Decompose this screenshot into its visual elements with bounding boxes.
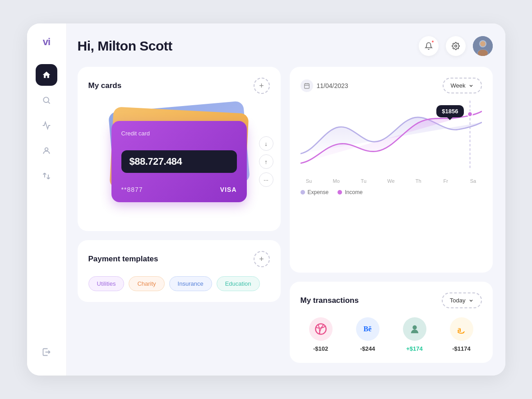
legend-expense: Expense (301, 189, 329, 195)
tag-charity[interactable]: Charity (129, 276, 164, 291)
chart-legend: Expense Income (301, 189, 482, 195)
tag-utilities[interactable]: Utilities (88, 276, 125, 291)
chart-date: 11/04/2023 (301, 79, 348, 92)
card-scroll-down[interactable]: ↓ (259, 136, 273, 151)
content-grid: My cards + Credit card $88.727.484 * (78, 67, 493, 363)
person-amount: +$174 (406, 345, 423, 352)
header: Hi, Milton Scott (78, 36, 493, 56)
svg-line-1 (48, 102, 50, 104)
income-label: Income (345, 189, 362, 195)
period-selector[interactable]: Week (443, 78, 482, 93)
sidebar-item-search[interactable] (36, 89, 57, 111)
app-container: vi (27, 23, 505, 376)
sidebar-item-home[interactable] (36, 64, 57, 86)
transactions-header: My transactions Today (301, 292, 482, 308)
chart-panel: 11/04/2023 Week (290, 67, 493, 273)
card-number: **8877 (121, 186, 143, 193)
transactions-panel: My transactions Today (290, 282, 493, 363)
right-column: 11/04/2023 Week (290, 67, 493, 363)
card-controls: ↓ ↑ ··· (259, 136, 273, 187)
sidebar-item-profile[interactable] (36, 140, 57, 162)
chart-area: $1856 (301, 101, 482, 173)
notification-dot (431, 40, 435, 43)
behance-logo: Bē (356, 317, 379, 341)
chart-labels: Su Mo Tu We Th Fr Sa (301, 178, 482, 184)
chart-label-su: Su (302, 178, 316, 184)
card-more-options[interactable]: ··· (259, 172, 273, 187)
card-type-label: Credit card (121, 130, 237, 137)
chart-label-tu: Tu (357, 178, 370, 184)
amazon-icon: a (455, 323, 468, 335)
period-label: Week (451, 82, 466, 89)
svg-point-2 (45, 148, 48, 151)
header-actions (419, 36, 493, 56)
my-cards-header: My cards + (88, 78, 270, 94)
behance-amount: -$244 (360, 345, 375, 352)
left-column: My cards + Credit card $88.727.484 * (78, 67, 281, 363)
user-avatar[interactable] (473, 36, 493, 56)
transaction-amazon[interactable]: a -$1174 (441, 317, 482, 352)
transactions-period-label: Today (450, 297, 466, 304)
person-logo (403, 317, 426, 341)
transaction-person[interactable]: +$174 (394, 317, 435, 352)
chart-header: 11/04/2023 Week (301, 78, 482, 93)
card-network: VISA (220, 186, 237, 193)
chart-label-th: Th (412, 178, 425, 184)
svg-point-8 (480, 41, 486, 46)
income-dot (338, 190, 342, 195)
sidebar-nav (36, 64, 57, 341)
cards-stack: Credit card $88.727.484 **8877 VISA ↓ (88, 103, 270, 220)
amazon-logo: a (450, 317, 473, 341)
dribbble-icon (315, 323, 327, 335)
avatar-svg (473, 36, 493, 56)
svg-point-4 (454, 45, 457, 47)
behance-text: Bē (364, 325, 372, 333)
transactions-title: My transactions (301, 296, 359, 305)
sidebar-item-transfer[interactable] (36, 165, 57, 187)
svg-rect-10 (304, 84, 309, 88)
tag-education[interactable]: Education (217, 276, 260, 291)
settings-button[interactable] (446, 36, 466, 56)
notification-button[interactable] (419, 36, 439, 56)
card-footer: **8877 VISA (121, 186, 237, 193)
home-icon (42, 70, 51, 79)
chart-label-fr: Fr (439, 178, 453, 184)
settings-icon (452, 42, 460, 50)
template-tags: Utilities Charity Insurance Education (88, 276, 270, 291)
card-scroll-up[interactable]: ↑ (259, 154, 273, 169)
amazon-amount: -$1174 (452, 345, 470, 352)
logout-icon (42, 348, 51, 357)
add-template-button[interactable]: + (254, 251, 270, 267)
card-amount-box: $88.727.484 (121, 150, 237, 173)
profile-icon (42, 146, 51, 155)
svg-point-17 (412, 325, 416, 329)
calendar-icon (301, 79, 313, 92)
dribbble-amount: -$102 (313, 345, 328, 352)
sidebar-bottom (36, 341, 57, 363)
payment-templates-panel: Payment templates + Utilities Charity In… (78, 240, 281, 302)
main-content: Hi, Milton Scott (67, 23, 505, 376)
person-icon (408, 323, 421, 335)
activity-icon (42, 121, 51, 130)
transactions-period-selector[interactable]: Today (442, 292, 482, 308)
expense-label: Expense (308, 189, 329, 195)
bell-icon (425, 42, 433, 50)
legend-income: Income (338, 189, 362, 195)
sidebar-item-activity[interactable] (36, 115, 57, 136)
avatar-image (473, 36, 493, 56)
chevron-down-icon (468, 83, 474, 88)
sidebar-item-logout[interactable] (36, 341, 57, 363)
my-cards-title: My cards (88, 81, 122, 90)
tag-insurance[interactable]: Insurance (169, 276, 212, 291)
my-cards-panel: My cards + Credit card $88.727.484 * (78, 67, 281, 231)
add-card-button[interactable]: + (254, 78, 270, 94)
expense-dot (301, 190, 305, 195)
templates-title: Payment templates (88, 255, 158, 264)
dribbble-logo (309, 317, 333, 341)
chart-label-mo: Mo (329, 178, 343, 184)
transaction-dribbble[interactable]: -$102 (301, 317, 341, 352)
app-logo: vi (43, 36, 50, 48)
credit-card-main[interactable]: Credit card $88.727.484 **8877 VISA (111, 121, 247, 202)
transaction-behance[interactable]: Bē -$244 (347, 317, 388, 352)
card-amount: $88.727.484 (130, 156, 182, 167)
